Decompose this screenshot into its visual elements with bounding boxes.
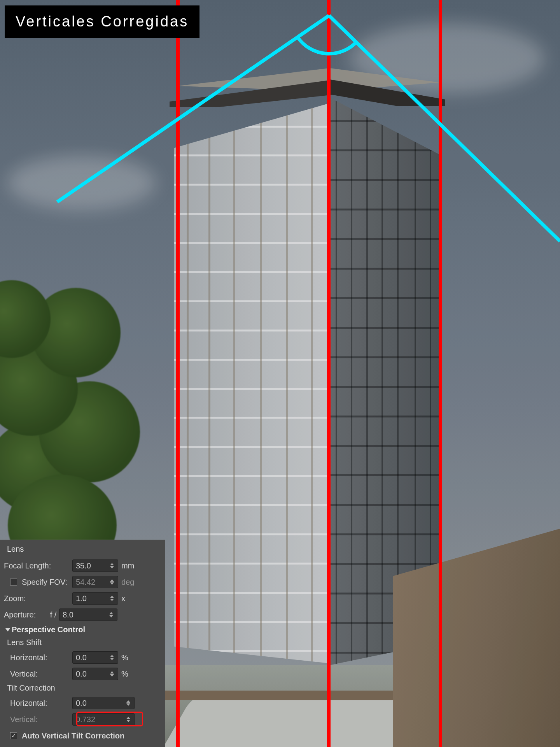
input-focal-length[interactable]: 35.0 — [72, 559, 118, 572]
unit-lensshift-h: % — [118, 653, 134, 662]
label-auto-tilt: ✓ Auto Vertical Tilt Correction — [2, 731, 161, 740]
value-lensshift-v: 0.0 — [76, 670, 87, 679]
building-face-left — [174, 103, 330, 663]
lens-header: Lens — [0, 542, 165, 558]
row-aperture: Aperture: f / 8.0 — [0, 607, 165, 623]
value-tilt-h: 0.0 — [76, 699, 87, 708]
spinner-icon[interactable] — [110, 670, 115, 678]
input-lensshift-v[interactable]: 0.0 — [72, 668, 118, 680]
input-tilt-h[interactable]: 0.0 — [72, 697, 135, 709]
input-zoom[interactable]: 1.0 — [72, 592, 118, 605]
cloud — [8, 156, 156, 210]
value-fov: 54.42 — [76, 578, 95, 587]
highlight-box — [76, 712, 143, 726]
spinner-icon[interactable] — [126, 699, 131, 707]
spinner-icon[interactable] — [110, 594, 115, 603]
row-lensshift-h: Horizontal: 0.0 % — [0, 649, 165, 666]
label-fslash: f / — [47, 610, 59, 619]
label-lensshift-h: Horizontal: — [2, 653, 72, 662]
input-aperture[interactable]: 8.0 — [59, 608, 117, 621]
value-focal-length: 35.0 — [76, 561, 91, 570]
row-focal-length: Focal Length: 35.0 mm — [0, 558, 165, 574]
row-tilt-v: Vertical: 0.732 — [0, 711, 165, 728]
subheader-tilt-correction: Tilt Correction — [0, 682, 165, 695]
spinner-icon[interactable] — [110, 653, 115, 662]
label-auto-tilt-text: Auto Vertical Tilt Correction — [22, 731, 124, 740]
row-lensshift-v: Vertical: 0.0 % — [0, 666, 165, 682]
unit-zoom: x — [118, 594, 134, 603]
spinner-icon[interactable] — [110, 561, 115, 570]
input-fov[interactable]: 54.42 — [72, 576, 118, 588]
value-lensshift-h: 0.0 — [76, 653, 87, 662]
label-specify-fov: Specify FOV: — [2, 578, 72, 587]
checkbox-auto-tilt[interactable]: ✓ — [10, 732, 17, 739]
label-specify-fov-text: Specify FOV: — [22, 578, 67, 587]
input-lensshift-h[interactable]: 0.0 — [72, 651, 118, 664]
row-specify-fov: Specify FOV: 54.42 deg — [0, 574, 165, 590]
checkbox-specify-fov[interactable] — [10, 579, 17, 586]
lens-settings-panel: Lens Focal Length: 35.0 mm Specify FOV: … — [0, 540, 165, 747]
caret-down-icon — [5, 628, 10, 631]
label-focal-length: Focal Length: — [2, 561, 72, 570]
row-tilt-h: Horizontal: 0.0 — [0, 695, 165, 711]
label-lensshift-v: Vertical: — [2, 670, 72, 679]
unit-lensshift-v: % — [118, 670, 134, 679]
section-perspective-control[interactable]: Perspective Control — [0, 623, 165, 637]
unit-fov: deg — [118, 578, 134, 587]
spinner-icon[interactable] — [109, 610, 114, 619]
row-zoom: Zoom: 1.0 x — [0, 590, 165, 607]
label-aperture: Aperture: — [2, 610, 47, 619]
label-tilt-h: Horizontal: — [2, 699, 72, 708]
value-zoom: 1.0 — [76, 594, 87, 603]
subheader-lens-shift: Lens Shift — [0, 637, 165, 649]
title-badge: Verticales Corregidas — [5, 5, 200, 38]
viewport: Verticales Corregidas Lens Focal Length:… — [0, 0, 560, 747]
value-aperture: 8.0 — [63, 610, 74, 619]
label-zoom: Zoom: — [2, 594, 72, 603]
row-auto-tilt: ✓ Auto Vertical Tilt Correction — [0, 728, 165, 744]
label-tilt-v: Vertical: — [2, 715, 72, 724]
spinner-icon[interactable] — [110, 578, 115, 586]
label-perspective-control: Perspective Control — [12, 625, 85, 634]
unit-focal-length: mm — [118, 561, 134, 570]
